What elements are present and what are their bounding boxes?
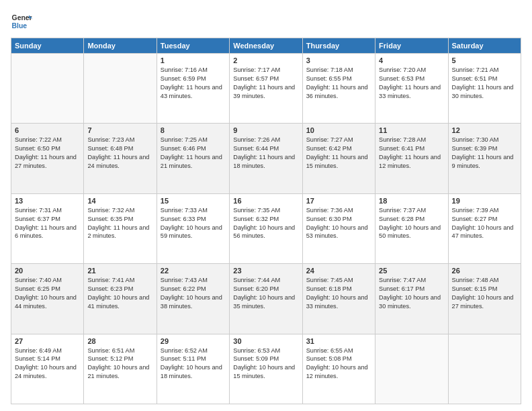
calendar-cell: 3Sunrise: 7:18 AMSunset: 6:55 PMDaylight… [302,54,375,124]
calendar-cell: 23Sunrise: 7:44 AMSunset: 6:20 PMDayligh… [230,264,302,334]
calendar-cell: 20Sunrise: 7:40 AMSunset: 6:25 PMDayligh… [11,264,84,334]
day-info: Sunrise: 7:48 AMSunset: 6:15 PMDaylight:… [452,276,517,311]
calendar-cell: 19Sunrise: 7:39 AMSunset: 6:27 PMDayligh… [448,193,521,263]
day-number: 13 [15,197,80,205]
svg-text:Blue: Blue [12,22,28,30]
day-info: Sunrise: 7:44 AMSunset: 6:20 PMDaylight:… [233,276,298,311]
day-number: 6 [15,126,80,134]
calendar-cell: 16Sunrise: 7:35 AMSunset: 6:32 PMDayligh… [230,193,302,263]
day-info: Sunrise: 7:18 AMSunset: 6:55 PMDaylight:… [306,66,371,101]
day-number: 17 [306,197,371,205]
calendar-cell: 22Sunrise: 7:43 AMSunset: 6:22 PMDayligh… [157,264,229,334]
day-number: 25 [379,267,444,275]
day-info: Sunrise: 7:17 AMSunset: 6:57 PMDaylight:… [233,66,298,101]
day-number: 12 [452,126,517,134]
calendar-cell: 13Sunrise: 7:31 AMSunset: 6:37 PMDayligh… [11,193,84,263]
calendar-cell: 7Sunrise: 7:23 AMSunset: 6:48 PMDaylight… [84,124,157,193]
day-info: Sunrise: 7:20 AMSunset: 6:53 PMDaylight:… [379,66,444,101]
weekday-header-monday: Monday [84,38,157,54]
day-number: 24 [306,267,371,275]
calendar-cell: 2Sunrise: 7:17 AMSunset: 6:57 PMDaylight… [230,54,302,124]
calendar-cell: 12Sunrise: 7:30 AMSunset: 6:39 PMDayligh… [448,124,521,193]
weekday-header-friday: Friday [375,38,448,54]
day-number: 3 [306,56,371,64]
day-number: 26 [452,267,517,275]
day-info: Sunrise: 7:25 AMSunset: 6:46 PMDaylight:… [161,136,226,171]
day-info: Sunrise: 7:37 AMSunset: 6:28 PMDaylight:… [379,206,444,241]
day-info: Sunrise: 6:53 AMSunset: 5:09 PMDaylight:… [233,347,298,381]
calendar-table: SundayMondayTuesdayWednesdayThursdayFrid… [11,38,521,404]
page: General Blue SundayMondayTuesdayWednesda… [0,0,532,411]
calendar-cell: 25Sunrise: 7:47 AMSunset: 6:17 PMDayligh… [375,264,448,334]
day-info: Sunrise: 7:16 AMSunset: 6:59 PMDaylight:… [161,66,226,101]
day-info: Sunrise: 7:43 AMSunset: 6:22 PMDaylight:… [161,276,226,311]
calendar-cell [448,334,521,404]
day-info: Sunrise: 7:41 AMSunset: 6:23 PMDaylight:… [87,276,152,311]
day-info: Sunrise: 6:51 AMSunset: 5:12 PMDaylight:… [87,347,152,381]
day-number: 20 [15,267,80,275]
day-info: Sunrise: 7:21 AMSunset: 6:51 PMDaylight:… [452,66,517,101]
weekday-header-sunday: Sunday [11,38,84,54]
calendar-cell: 24Sunrise: 7:45 AMSunset: 6:18 PMDayligh… [302,264,375,334]
calendar-cell: 14Sunrise: 7:32 AMSunset: 6:35 PMDayligh… [84,193,157,263]
day-info: Sunrise: 7:26 AMSunset: 6:44 PMDaylight:… [233,136,298,171]
calendar-cell: 8Sunrise: 7:25 AMSunset: 6:46 PMDaylight… [157,124,229,193]
day-info: Sunrise: 7:23 AMSunset: 6:48 PMDaylight:… [87,136,152,171]
day-info: Sunrise: 7:35 AMSunset: 6:32 PMDaylight:… [233,206,298,241]
day-info: Sunrise: 7:40 AMSunset: 6:25 PMDaylight:… [15,276,80,311]
day-number: 31 [306,337,371,345]
day-number: 11 [379,126,444,134]
calendar-cell: 26Sunrise: 7:48 AMSunset: 6:15 PMDayligh… [448,264,521,334]
day-info: Sunrise: 7:47 AMSunset: 6:17 PMDaylight:… [379,276,444,311]
day-info: Sunrise: 7:39 AMSunset: 6:27 PMDaylight:… [452,206,517,241]
calendar-cell: 17Sunrise: 7:36 AMSunset: 6:30 PMDayligh… [302,193,375,263]
logo: General Blue [11,11,32,32]
calendar-cell: 10Sunrise: 7:27 AMSunset: 6:42 PMDayligh… [302,124,375,193]
day-number: 4 [379,56,444,64]
day-info: Sunrise: 7:45 AMSunset: 6:18 PMDaylight:… [306,276,371,311]
calendar-cell: 5Sunrise: 7:21 AMSunset: 6:51 PMDaylight… [448,54,521,124]
day-info: Sunrise: 7:33 AMSunset: 6:33 PMDaylight:… [161,206,226,241]
calendar-cell [375,334,448,404]
day-number: 18 [379,197,444,205]
calendar-cell: 28Sunrise: 6:51 AMSunset: 5:12 PMDayligh… [84,334,157,404]
calendar-cell: 30Sunrise: 6:53 AMSunset: 5:09 PMDayligh… [230,334,302,404]
calendar-cell [84,54,157,124]
calendar-cell: 4Sunrise: 7:20 AMSunset: 6:53 PMDaylight… [375,54,448,124]
calendar-cell [11,54,84,124]
day-number: 16 [233,197,298,205]
day-number: 14 [87,197,152,205]
calendar-cell: 27Sunrise: 6:49 AMSunset: 5:14 PMDayligh… [11,334,84,404]
day-number: 8 [161,126,226,134]
day-info: Sunrise: 7:31 AMSunset: 6:37 PMDaylight:… [15,206,80,241]
day-info: Sunrise: 7:28 AMSunset: 6:41 PMDaylight:… [379,136,444,171]
day-info: Sunrise: 7:32 AMSunset: 6:35 PMDaylight:… [87,206,152,241]
day-number: 15 [161,197,226,205]
day-number: 19 [452,197,517,205]
day-number: 21 [87,267,152,275]
day-number: 2 [233,56,298,64]
calendar-cell: 1Sunrise: 7:16 AMSunset: 6:59 PMDaylight… [157,54,229,124]
header: General Blue [11,11,521,32]
calendar-cell: 9Sunrise: 7:26 AMSunset: 6:44 PMDaylight… [230,124,302,193]
day-number: 27 [15,337,80,345]
day-info: Sunrise: 6:52 AMSunset: 5:11 PMDaylight:… [161,347,226,381]
day-number: 29 [161,337,226,345]
calendar-cell: 21Sunrise: 7:41 AMSunset: 6:23 PMDayligh… [84,264,157,334]
calendar-cell: 29Sunrise: 6:52 AMSunset: 5:11 PMDayligh… [157,334,229,404]
day-number: 9 [233,126,298,134]
day-number: 28 [87,337,152,345]
day-number: 30 [233,337,298,345]
day-info: Sunrise: 7:36 AMSunset: 6:30 PMDaylight:… [306,206,371,241]
day-number: 7 [87,126,152,134]
logo-icon: General Blue [11,11,32,32]
calendar-cell: 6Sunrise: 7:22 AMSunset: 6:50 PMDaylight… [11,124,84,193]
weekday-header-wednesday: Wednesday [230,38,302,54]
weekday-header-thursday: Thursday [302,38,375,54]
calendar-cell: 31Sunrise: 6:55 AMSunset: 5:08 PMDayligh… [302,334,375,404]
day-info: Sunrise: 7:30 AMSunset: 6:39 PMDaylight:… [452,136,517,171]
day-number: 10 [306,126,371,134]
day-number: 1 [161,56,226,64]
day-info: Sunrise: 6:49 AMSunset: 5:14 PMDaylight:… [15,347,80,381]
day-number: 5 [452,56,517,64]
